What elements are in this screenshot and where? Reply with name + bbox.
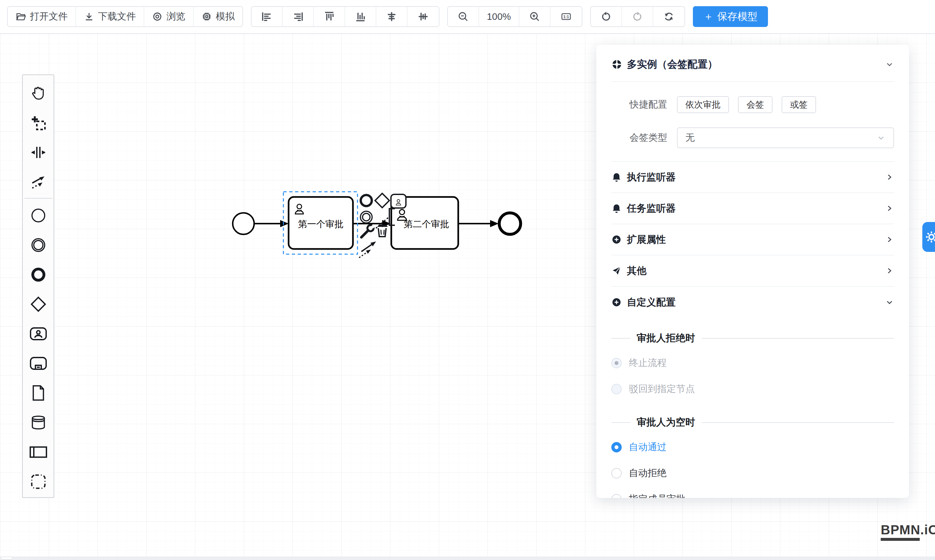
group-icon bbox=[30, 474, 46, 490]
plus-icon: ＋ bbox=[703, 10, 714, 23]
scrollbar-thumb[interactable] bbox=[1, 557, 12, 559]
create-intermediate-event[interactable] bbox=[25, 230, 52, 260]
align-bottom-button[interactable] bbox=[345, 7, 376, 26]
align-right-icon bbox=[292, 11, 303, 22]
align-left-icon bbox=[261, 11, 272, 22]
create-participant[interactable] bbox=[25, 437, 52, 467]
align-left-button[interactable] bbox=[252, 7, 283, 26]
radio-icon bbox=[611, 358, 622, 368]
download-file-button[interactable]: 下载文件 bbox=[76, 7, 144, 26]
sign-type-label: 会签类型 bbox=[611, 131, 667, 144]
wrench-icon bbox=[361, 231, 368, 237]
logo-underline bbox=[881, 538, 920, 541]
space-tool[interactable] bbox=[25, 137, 52, 167]
chip-icon bbox=[201, 11, 212, 22]
sign-type-select[interactable]: 无 bbox=[677, 128, 894, 148]
zoom-in-button[interactable] bbox=[519, 7, 551, 26]
preview-button[interactable]: 浏览 bbox=[144, 7, 194, 26]
align-right-button[interactable] bbox=[283, 7, 314, 26]
align-center-horizontal-button[interactable] bbox=[376, 7, 408, 26]
chevron-down-icon bbox=[877, 133, 886, 142]
section-label: 执行监听器 bbox=[627, 171, 676, 184]
sync-icon bbox=[663, 11, 674, 22]
palette bbox=[22, 74, 54, 498]
palette-divider bbox=[25, 198, 52, 198]
create-end-event[interactable] bbox=[25, 260, 52, 289]
trash-icon bbox=[377, 225, 388, 227]
global-connect-tool[interactable] bbox=[25, 167, 52, 197]
section-extended-properties[interactable]: 扩展属性 bbox=[611, 224, 894, 255]
data-object-icon bbox=[31, 385, 46, 401]
section-task-listener[interactable]: 任务监听器 bbox=[611, 193, 894, 224]
quick-config-row: 快捷配置 依次审批 会签 或签 bbox=[611, 96, 894, 113]
radio-auto-reject[interactable]: 自动拒绝 bbox=[611, 460, 894, 486]
create-user-task[interactable] bbox=[25, 319, 52, 348]
download-icon bbox=[84, 11, 94, 22]
settings-fab-button[interactable] bbox=[922, 222, 935, 252]
bpmn-io-logo[interactable]: BPMN.iO bbox=[881, 523, 935, 541]
zoom-out-button[interactable] bbox=[448, 7, 479, 26]
panel-header-multi-instance[interactable]: 多实例（会签配置） bbox=[611, 48, 894, 82]
create-gateway[interactable] bbox=[25, 289, 52, 319]
send-icon bbox=[611, 266, 622, 276]
create-start-event[interactable] bbox=[25, 200, 52, 230]
divider bbox=[702, 422, 894, 423]
context-pad[interactable] bbox=[360, 193, 395, 257]
zoom-out-icon bbox=[458, 11, 469, 22]
radio-assign-member[interactable]: 指定成员审批 bbox=[611, 486, 894, 498]
chevron-right-icon bbox=[885, 266, 894, 275]
lasso-tool-icon bbox=[30, 115, 46, 131]
simulate-button[interactable]: 模拟 bbox=[194, 7, 243, 26]
zoom-button-group: 100% 1:1 bbox=[447, 6, 582, 27]
sync-button[interactable] bbox=[653, 7, 684, 26]
redo-button[interactable] bbox=[622, 7, 653, 26]
radio-return-to-node[interactable]: 驳回到指定节点 bbox=[611, 376, 894, 402]
align-center-vertical-button[interactable] bbox=[408, 7, 439, 26]
section-execution-listener[interactable]: 执行监听器 bbox=[611, 162, 894, 193]
create-data-object[interactable] bbox=[25, 378, 52, 408]
align-center-horizontal-icon bbox=[386, 11, 397, 22]
radio-auto-pass[interactable]: 自动通过 bbox=[611, 434, 894, 460]
radio-label: 终止流程 bbox=[629, 357, 667, 369]
end-event[interactable] bbox=[499, 213, 521, 234]
radio-label: 自动拒绝 bbox=[629, 467, 667, 480]
empty-group-title: 审批人为空时 bbox=[611, 416, 894, 429]
section-label: 其他 bbox=[627, 264, 646, 278]
hand-tool[interactable] bbox=[25, 78, 52, 108]
participant-icon bbox=[29, 446, 48, 458]
start-event[interactable] bbox=[233, 213, 254, 234]
horizontal-scrollbar[interactable] bbox=[0, 557, 935, 560]
intermediate-event-icon bbox=[30, 237, 46, 253]
gateway-icon bbox=[30, 296, 47, 313]
open-file-button[interactable]: 打开文件 bbox=[8, 7, 76, 26]
create-subprocess[interactable] bbox=[25, 348, 52, 378]
bell-icon bbox=[611, 172, 622, 182]
create-group[interactable] bbox=[25, 467, 52, 496]
radio-terminate-process[interactable]: 终止流程 bbox=[611, 350, 894, 376]
lasso-tool[interactable] bbox=[25, 108, 52, 137]
quick-config-countersign-button[interactable]: 会签 bbox=[738, 96, 772, 113]
undo-button[interactable] bbox=[591, 7, 622, 26]
sign-type-value: 无 bbox=[686, 131, 695, 144]
align-top-button[interactable] bbox=[314, 7, 345, 26]
user-task-icon bbox=[29, 327, 47, 341]
quick-config-orsign-button[interactable]: 或签 bbox=[781, 96, 816, 113]
file-button-group: 打开文件 下载文件 浏览 模拟 bbox=[7, 6, 243, 27]
reset-zoom-button[interactable]: 1:1 bbox=[551, 7, 582, 26]
create-data-store[interactable] bbox=[25, 408, 52, 437]
properties-panel: 多实例（会签配置） 快捷配置 依次审批 会签 或签 会签类型 无 执行监听器 任… bbox=[597, 45, 909, 498]
start-event-icon bbox=[30, 208, 46, 224]
section-label: 扩展属性 bbox=[627, 233, 666, 246]
plus-circle-icon bbox=[611, 234, 622, 245]
plus-circle-icon bbox=[611, 297, 622, 308]
section-other[interactable]: 其他 bbox=[611, 255, 894, 287]
save-model-button[interactable]: ＋ 保存模型 bbox=[693, 6, 768, 27]
radio-label: 驳回到指定节点 bbox=[629, 383, 695, 395]
reset-zoom-icon: 1:1 bbox=[560, 11, 572, 22]
quick-config-sequential-button[interactable]: 依次审批 bbox=[677, 96, 729, 113]
section-custom-config[interactable]: 自定义配置 bbox=[611, 287, 894, 318]
undo-icon bbox=[601, 11, 612, 22]
zoom-in-icon bbox=[529, 11, 540, 22]
append-user-task-icon[interactable] bbox=[391, 194, 406, 208]
toolbar: 打开文件 下载文件 浏览 模拟 bbox=[0, 0, 935, 34]
